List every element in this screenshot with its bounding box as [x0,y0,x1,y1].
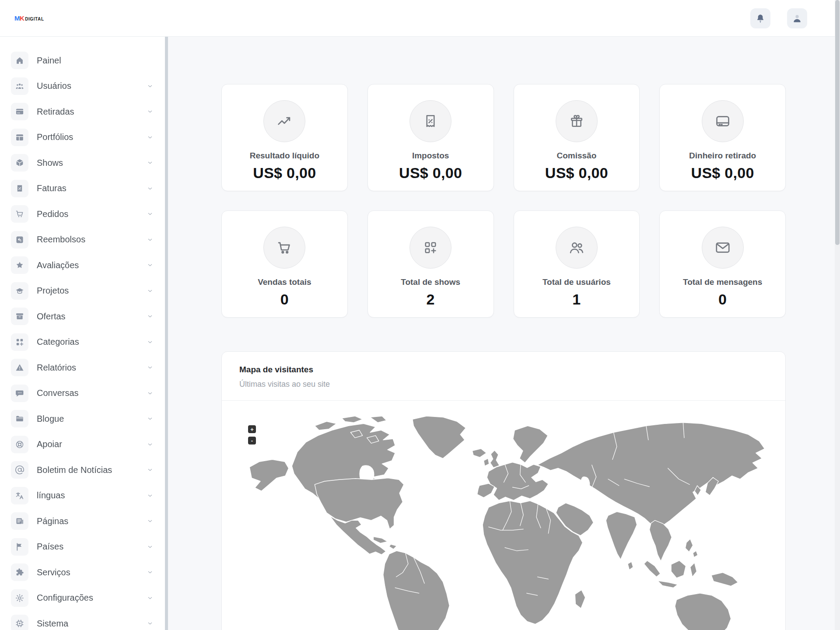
gift-icon [556,100,598,142]
sidebar-item-apoiar[interactable]: Apoiar [0,432,165,458]
sidebar-item-conversas[interactable]: Conversas [0,381,165,406]
stat-title: Comissão [514,151,640,161]
chevron-down-icon [147,620,154,627]
sidebar-item-configuracoes[interactable]: Configurações [0,585,165,611]
sidebar-item-shows[interactable]: Shows [0,150,165,176]
chevron-down-icon [147,466,154,473]
chevron-down-icon [147,364,154,371]
sidebar: Painel Usuários Retiradas Portfólios Sho… [0,37,165,630]
home-icon [11,52,28,69]
cpu-icon [11,615,28,630]
main-content: Resultado líquido US$ 0,00 Impostos US$ … [168,37,835,630]
chevron-down-icon [147,595,154,602]
cube-icon [11,154,28,172]
receipt-percent-icon [410,100,452,142]
sidebar-item-label: Países [37,542,63,552]
sidebar-item-paises[interactable]: Países [0,534,165,560]
stats-grid: Resultado líquido US$ 0,00 Impostos US$ … [221,84,786,318]
sidebar-item-servicos[interactable]: Serviços [0,560,165,585]
sidebar-item-label: Categorias [37,337,79,347]
account-button[interactable] [787,8,807,28]
page-scrollbar-thumb[interactable] [835,0,840,245]
sidebar-item-ofertas[interactable]: Ofertas [0,304,165,329]
users-group-icon [11,77,28,95]
stat-title: Resultado líquido [222,151,347,161]
sidebar-item-label: Ofertas [37,312,66,322]
star-icon [11,256,28,274]
sidebar-item-reembolsos[interactable]: Reembolsos [0,227,165,253]
trending-up-icon [263,100,305,142]
shopping-cart-icon [263,227,305,269]
sidebar-item-avaliacoes[interactable]: Avaliações [0,252,165,278]
sidebar-item-label: Relatórios [37,363,76,373]
graduation-cap-icon [11,282,28,300]
stat-title: Impostos [368,151,494,161]
sidebar-item-pedidos[interactable]: Pedidos [0,201,165,227]
stat-title: Total de mensagens [660,277,785,287]
stat-card-total-mensagens: Total de mensagens 0 [659,210,786,318]
sidebar-item-usuarios[interactable]: Usuários [0,74,165,99]
life-buoy-icon [11,436,28,453]
chevron-down-icon [147,108,154,115]
bell-icon [755,13,766,24]
visitors-map-card: Mapa de visitantes Últimas visitas ao se… [221,351,786,630]
sidebar-item-label: Shows [37,158,63,168]
chevron-down-icon [147,441,154,448]
sidebar-scrollbar[interactable] [165,37,168,630]
chevron-down-icon [147,518,154,525]
stat-value: US$ 0,00 [660,164,785,182]
app-logo[interactable]: M K DIGITAL [14,14,44,22]
gear-icon [11,589,28,607]
stat-card-resultado-liquido: Resultado líquido US$ 0,00 [221,84,348,191]
notifications-button[interactable] [750,8,770,28]
shopping-cart-icon [11,205,28,223]
map-zoom-out-button[interactable]: - [248,437,256,444]
map-zoom-in-button[interactable]: + [248,425,256,433]
sidebar-item-boletim[interactable]: Boletim de Notícias [0,457,165,483]
sidebar-item-painel[interactable]: Painel [0,48,165,74]
map-zoom-controls: + - [248,425,256,444]
at-sign-icon [11,461,28,479]
page-scrollbar[interactable] [835,0,840,630]
sidebar-item-paginas[interactable]: Páginas [0,508,165,534]
stat-card-impostos: Impostos US$ 0,00 [368,84,494,191]
users-icon [556,227,598,269]
sidebar-item-categorias[interactable]: Categorias [0,329,165,355]
sidebar-item-linguas[interactable]: línguas [0,483,165,509]
sidebar-item-portfolios[interactable]: Portfólios [0,125,165,150]
sidebar-item-label: Conversas [37,388,79,398]
stat-card-vendas-totais: Vendas totais 0 [221,210,348,318]
stat-title: Total de shows [368,277,494,287]
sidebar-item-projetos[interactable]: Projetos [0,278,165,304]
stat-title: Dinheiro retirado [660,151,785,161]
alert-triangle-icon [11,359,28,376]
sidebar-item-label: Usuários [37,81,71,91]
stat-title: Total de usuários [514,277,640,287]
map-subtitle: Últimas visitas ao seu site [239,380,768,389]
chevron-down-icon [147,313,154,320]
sidebar-item-label: Serviços [37,567,70,578]
sidebar-item-retiradas[interactable]: Retiradas [0,99,165,125]
sidebar-item-label: Sistema [37,619,68,629]
sidebar-item-faturas[interactable]: Faturas [0,176,165,202]
stat-value: 0 [222,291,347,308]
archive-icon [11,308,28,325]
newspaper-icon [11,512,28,530]
chevron-down-icon [147,185,154,192]
chevron-down-icon [147,390,154,397]
sidebar-item-label: Faturas [37,183,66,193]
sidebar-item-blogue[interactable]: Blogue [0,406,165,432]
credit-card-icon [702,100,744,142]
sidebar-item-label: Apoiar [37,439,62,449]
puzzle-icon [11,564,28,581]
sidebar-item-relatorios[interactable]: Relatórios [0,355,165,381]
stat-value: US$ 0,00 [222,164,347,182]
sidebar-item-sistema[interactable]: Sistema [0,611,165,630]
stat-card-total-usuarios: Total de usuários 1 [514,210,640,318]
category-plus-icon [410,227,452,269]
world-map[interactable] [233,414,777,630]
chevron-down-icon [147,83,154,90]
sidebar-item-label: Pedidos [37,209,68,219]
sidebar-item-label: Avaliações [37,260,79,270]
flag-icon [11,538,28,556]
